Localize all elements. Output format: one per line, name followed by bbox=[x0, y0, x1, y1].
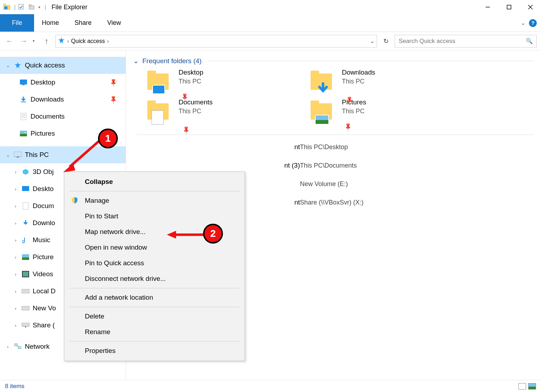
menu-item-label: Properties bbox=[85, 347, 116, 355]
collapse-icon[interactable]: ⌄ bbox=[5, 152, 11, 158]
item-icon bbox=[21, 304, 30, 312]
svg-rect-12 bbox=[20, 80, 27, 85]
item-icon bbox=[21, 287, 30, 295]
collapse-icon[interactable]: ⌄ bbox=[133, 57, 139, 65]
menu-item-label: Open in new window bbox=[85, 244, 147, 251]
svg-marker-11 bbox=[15, 62, 21, 68]
desktop-icon bbox=[19, 78, 28, 87]
menu-item-label: Pin to Quick access bbox=[85, 259, 144, 267]
search-icon[interactable]: 🔍 bbox=[526, 38, 533, 44]
item-icon bbox=[21, 253, 30, 261]
menu-separator bbox=[69, 191, 240, 191]
back-button[interactable]: ← bbox=[4, 36, 15, 47]
menu-item[interactable]: Manage bbox=[65, 193, 244, 208]
minimize-button[interactable] bbox=[477, 1, 498, 13]
folder-item[interactable]: Desktop This PC 📌 bbox=[147, 69, 296, 95]
menu-item[interactable]: Add a network location bbox=[65, 290, 244, 305]
svg-rect-35 bbox=[15, 344, 17, 346]
recent-file-path: This PC\Documents bbox=[300, 162, 357, 169]
address-dropdown-icon[interactable]: ⌄ bbox=[370, 38, 375, 44]
tree-quick-access[interactable]: ⌄ Quick access bbox=[0, 57, 126, 74]
group-recent-files[interactable] bbox=[133, 135, 534, 135]
expand-icon[interactable]: › bbox=[13, 272, 18, 277]
ribbon-chevron-icon[interactable]: ⌄ bbox=[521, 20, 525, 26]
tree-item-documents[interactable]: Documents bbox=[0, 108, 126, 125]
close-button[interactable] bbox=[520, 1, 541, 13]
tree-label: Picture bbox=[33, 253, 54, 261]
expand-icon[interactable]: › bbox=[5, 344, 11, 349]
svg-rect-20 bbox=[20, 134, 27, 136]
menu-item-label: Rename bbox=[85, 328, 110, 336]
expand-icon[interactable]: › bbox=[13, 289, 18, 294]
title-bar: | ▾ | File Explorer bbox=[0, 0, 541, 14]
tree-this-pc[interactable]: ⌄ This PC bbox=[0, 146, 126, 163]
up-button[interactable]: ↑ bbox=[41, 36, 52, 47]
forward-button[interactable]: → bbox=[18, 36, 29, 47]
details-view-button[interactable] bbox=[518, 383, 526, 390]
recent-file-path: Share (\\VBoxSvr) (X:) bbox=[300, 199, 364, 206]
expand-icon[interactable]: › bbox=[13, 203, 18, 209]
svg-marker-39 bbox=[63, 163, 75, 172]
tree-label: Deskto bbox=[33, 185, 54, 193]
folder-item[interactable]: Pictures This PC 📌 bbox=[311, 98, 460, 125]
tree-item-desktop[interactable]: Desktop 📌 bbox=[0, 74, 126, 91]
address-bar[interactable]: › Quick access › ⌄ bbox=[55, 35, 377, 48]
menu-item[interactable]: Pin to Start bbox=[65, 208, 244, 224]
file-tab[interactable]: File bbox=[0, 14, 34, 32]
tree-item-downloads[interactable]: Downloads 📌 bbox=[0, 91, 126, 108]
menu-item[interactable]: Pin to Quick access bbox=[65, 255, 244, 271]
folder-item[interactable]: Downloads This PC 📌 bbox=[311, 69, 460, 95]
recent-file-row[interactable]: nt This PC\Desktop bbox=[133, 138, 534, 156]
qat-properties-icon[interactable] bbox=[17, 3, 26, 11]
annotation-marker-1: 1 bbox=[98, 129, 118, 148]
search-box[interactable]: 🔍 bbox=[395, 35, 537, 48]
tab-share[interactable]: Share bbox=[67, 14, 99, 32]
breadcrumb-chevron-icon[interactable]: › bbox=[67, 38, 69, 44]
tree-label: Desktop bbox=[31, 78, 55, 86]
menu-separator bbox=[69, 307, 240, 307]
collapse-icon[interactable]: ⌄ bbox=[5, 63, 11, 68]
expand-icon[interactable]: › bbox=[13, 323, 18, 328]
expand-icon[interactable]: › bbox=[13, 169, 18, 175]
menu-item[interactable]: Properties bbox=[65, 343, 244, 359]
help-button[interactable]: ? bbox=[529, 19, 537, 27]
qat-dropdown-icon[interactable]: ▾ bbox=[38, 5, 43, 10]
folder-item[interactable]: Documents This PC 📌 bbox=[147, 98, 296, 125]
qat-newfolder-icon[interactable] bbox=[28, 3, 36, 11]
svg-rect-32 bbox=[22, 306, 29, 310]
tree-label: This PC bbox=[25, 151, 49, 159]
expand-icon[interactable]: › bbox=[13, 220, 18, 226]
breadcrumb-root[interactable]: Quick access bbox=[71, 38, 105, 44]
refresh-button[interactable]: ↻ bbox=[381, 36, 391, 47]
item-icon bbox=[21, 219, 30, 227]
maximize-button[interactable] bbox=[498, 1, 520, 13]
history-dropdown-icon[interactable]: ▾ bbox=[33, 39, 38, 43]
svg-rect-3 bbox=[18, 4, 23, 9]
item-count: 8 items bbox=[5, 383, 24, 390]
svg-rect-23 bbox=[17, 157, 19, 158]
svg-line-38 bbox=[70, 141, 99, 167]
menu-item-label: Delete bbox=[85, 312, 104, 320]
network-icon bbox=[13, 342, 22, 351]
expand-icon[interactable]: › bbox=[13, 306, 18, 311]
menu-separator bbox=[69, 341, 240, 342]
menu-item[interactable]: Rename bbox=[65, 324, 244, 340]
breadcrumb-chevron-icon[interactable]: › bbox=[107, 38, 109, 44]
svg-rect-25 bbox=[22, 186, 29, 191]
expand-icon[interactable]: › bbox=[13, 186, 18, 192]
expand-icon[interactable]: › bbox=[13, 255, 18, 260]
tab-view[interactable]: View bbox=[99, 14, 129, 32]
annotation-marker-2: 2 bbox=[203, 224, 223, 244]
search-input[interactable] bbox=[399, 38, 526, 45]
svg-point-21 bbox=[24, 132, 26, 133]
computer-icon bbox=[13, 151, 22, 159]
tree-label: Music bbox=[33, 236, 50, 244]
tab-home[interactable]: Home bbox=[34, 14, 67, 32]
thumbnails-view-button[interactable] bbox=[528, 383, 536, 390]
expand-icon[interactable]: › bbox=[13, 238, 18, 243]
menu-item[interactable]: Delete bbox=[65, 309, 244, 324]
svg-rect-28 bbox=[22, 257, 29, 260]
menu-item[interactable]: Collapse bbox=[65, 174, 244, 190]
group-frequent-folders[interactable]: ⌄ Frequent folders (4) bbox=[133, 57, 534, 65]
menu-item[interactable]: Disconnect network drive... bbox=[65, 271, 244, 287]
